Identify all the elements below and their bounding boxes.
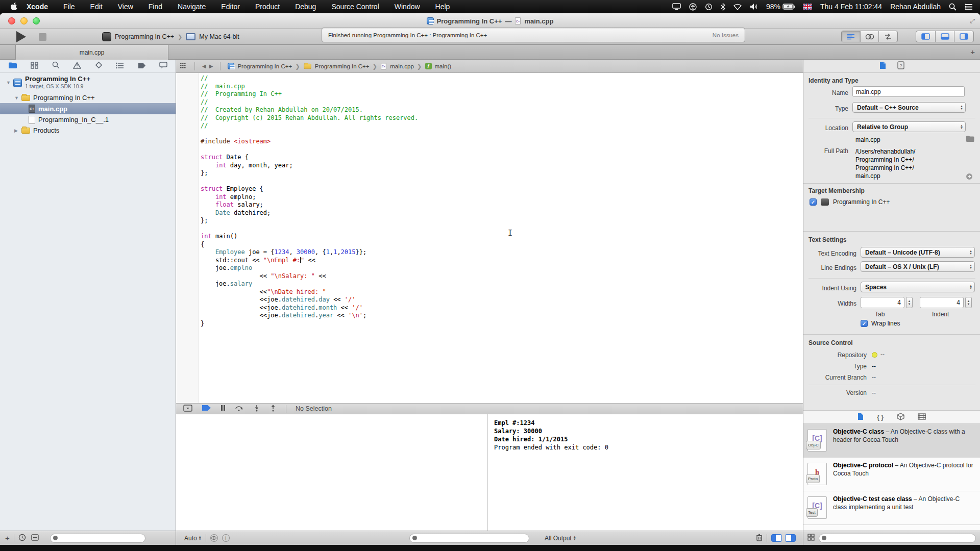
code-line[interactable]: struct Employee {	[201, 185, 418, 193]
indent-width-stepper[interactable]: ▲▼	[965, 297, 972, 308]
code-line[interactable]: int day, month, year;	[201, 162, 418, 170]
quick-look-icon[interactable]	[210, 534, 218, 542]
wrap-lines-row[interactable]: ✓ Wrap lines	[861, 320, 900, 327]
code-line[interactable]: float salary;	[201, 201, 418, 209]
code-line[interactable]: joe.salary	[201, 280, 418, 288]
breakpoint-gutter[interactable]	[176, 73, 199, 403]
code-line[interactable]: <<"\nDate hired: "	[201, 288, 418, 296]
menu-edit[interactable]: Edit	[90, 3, 103, 11]
code-line[interactable]: // Created by Rehan Abdullah on 20/07/20…	[201, 106, 418, 114]
tab-width-stepper[interactable]: ▲▼	[906, 297, 913, 308]
toggle-navigator-button[interactable]	[916, 31, 936, 42]
wrap-lines-checkbox-checked[interactable]: ✓	[861, 320, 868, 327]
library-search-field[interactable]	[819, 534, 976, 543]
file-templates-icon[interactable]	[857, 413, 864, 422]
code-line[interactable]: //	[201, 122, 418, 130]
scheme-name[interactable]: Programming In C++	[115, 33, 174, 40]
tab-width-field[interactable]: 4	[861, 297, 904, 308]
type-popup[interactable]: Default – C++ Source▲▼	[852, 102, 966, 113]
code-line[interactable]: int emplno;	[201, 193, 418, 202]
choose-folder-icon[interactable]	[966, 135, 974, 143]
related-items-icon[interactable]	[180, 63, 187, 69]
code-line[interactable]: {	[201, 241, 418, 249]
menu-help[interactable]: Help	[435, 3, 450, 11]
accessibility-menu-icon[interactable]	[689, 3, 697, 11]
add-tab-button[interactable]: +	[970, 47, 975, 56]
code-line[interactable]: // Copyright (c) 2015 Rehan Abdullah. Al…	[201, 114, 418, 122]
log-navigator-icon[interactable]	[159, 62, 167, 71]
project-row[interactable]: ▼ Programming In C++ 1 target, OS X SDK …	[0, 74, 176, 91]
code-line[interactable]: #include <iostream>	[201, 138, 418, 146]
show-console-view-toggle[interactable]	[785, 534, 796, 542]
menu-editor[interactable]: Editor	[221, 3, 240, 11]
media-library-icon[interactable]	[918, 413, 926, 421]
code-line[interactable]	[201, 178, 418, 186]
variables-view[interactable]	[176, 414, 487, 531]
debug-navigator-icon[interactable]	[116, 62, 124, 71]
code-line[interactable]: Employee joe = {1234, 30000, {1,1,2015}}…	[201, 248, 418, 257]
step-over-icon[interactable]	[235, 405, 244, 413]
menu-find[interactable]: Find	[149, 3, 162, 11]
navigator-filter-field[interactable]	[50, 534, 145, 543]
assistant-editor-button[interactable]	[861, 31, 879, 42]
fullscreen-icon[interactable]: ⤢	[970, 17, 975, 24]
disclosure-closed-icon[interactable]: ▶	[14, 128, 19, 133]
objects-library-icon[interactable]	[897, 413, 904, 422]
code-snippets-icon[interactable]: { }	[877, 414, 884, 421]
disclosure-open-icon[interactable]: ▼	[6, 80, 11, 85]
code-line[interactable]: //	[201, 74, 418, 83]
console-view[interactable]: Empl #:1234Salary: 30000Date hired: 1/1/…	[488, 414, 803, 531]
menu-window[interactable]: Window	[395, 3, 420, 11]
library-item-objective-c-class[interactable]: [C]Obj-CObjective-C class – An Objective…	[803, 424, 980, 458]
version-editor-button[interactable]	[879, 31, 897, 42]
code-line[interactable]	[201, 225, 418, 233]
display-menu-icon[interactable]	[672, 3, 681, 10]
scm-status-filter-icon[interactable]	[31, 534, 39, 542]
target-checkbox-checked[interactable]: ✓	[810, 198, 817, 206]
variables-filter-field[interactable]	[409, 534, 529, 543]
console-output-popup[interactable]: All Output	[545, 535, 572, 542]
library-grid-view-icon[interactable]	[807, 534, 815, 542]
code-line[interactable]: };	[201, 169, 418, 178]
menu-debug[interactable]: Debug	[295, 3, 316, 11]
code-line[interactable]: Date datehired;	[201, 209, 418, 217]
menu-file[interactable]: File	[63, 3, 75, 11]
wifi-menu-icon[interactable]	[733, 4, 742, 10]
step-out-icon[interactable]	[270, 405, 277, 413]
toggle-debug-area-button[interactable]	[936, 31, 955, 42]
notification-center-icon[interactable]	[965, 4, 973, 10]
line-endings-popup[interactable]: Default – OS X / Unix (LF)▲▼	[861, 261, 975, 272]
file-inspector-icon[interactable]	[879, 61, 886, 71]
crumb-project[interactable]: Programming In C++	[237, 63, 292, 69]
reveal-path-arrow-icon[interactable]	[966, 173, 973, 182]
forward-button[interactable]: ▶	[209, 63, 213, 69]
name-field[interactable]: main.cpp	[852, 86, 965, 97]
code-line[interactable]: // Programming In C++	[201, 90, 418, 98]
crumb-symbol[interactable]: main()	[435, 63, 452, 69]
breakpoints-toggle-button[interactable]	[202, 405, 211, 413]
code-line[interactable]: <<joe.datehired.day << '/'	[201, 296, 418, 304]
code-line[interactable]	[201, 146, 418, 154]
standard-editor-button[interactable]	[842, 31, 861, 42]
toggle-utilities-button[interactable]	[954, 31, 973, 42]
code-line[interactable]: //	[201, 98, 418, 107]
variables-scope-popup[interactable]: Auto	[184, 535, 197, 542]
disclosure-open-icon[interactable]: ▼	[14, 95, 19, 101]
menu-clock[interactable]: Thu 4 Feb 11:02:44	[820, 3, 882, 11]
target-membership-row[interactable]: ✓ Programming In C++	[810, 198, 890, 206]
code-line[interactable]	[201, 130, 418, 138]
code-line[interactable]: <<joe.datehired.year << '\n';	[201, 312, 418, 320]
recent-files-filter-icon[interactable]	[18, 534, 26, 543]
scheme-selector[interactable]: Programming In C++ ❯ My Mac 64-bit	[102, 29, 239, 45]
crumb-file[interactable]: main.cpp	[390, 63, 414, 69]
trash-console-icon[interactable]	[756, 534, 763, 543]
code-line[interactable]: // main.cpp	[201, 83, 418, 91]
bluetooth-menu-icon[interactable]	[721, 3, 725, 11]
issue-navigator-icon[interactable]	[73, 62, 81, 71]
volume-menu-icon[interactable]	[750, 3, 758, 10]
tab-main-cpp[interactable]: main.cpp	[15, 45, 168, 60]
code-line[interactable]: int main()	[201, 233, 418, 241]
step-into-icon[interactable]	[253, 405, 260, 413]
test-navigator-icon[interactable]	[95, 61, 103, 71]
project-navigator-icon[interactable]	[8, 62, 17, 71]
